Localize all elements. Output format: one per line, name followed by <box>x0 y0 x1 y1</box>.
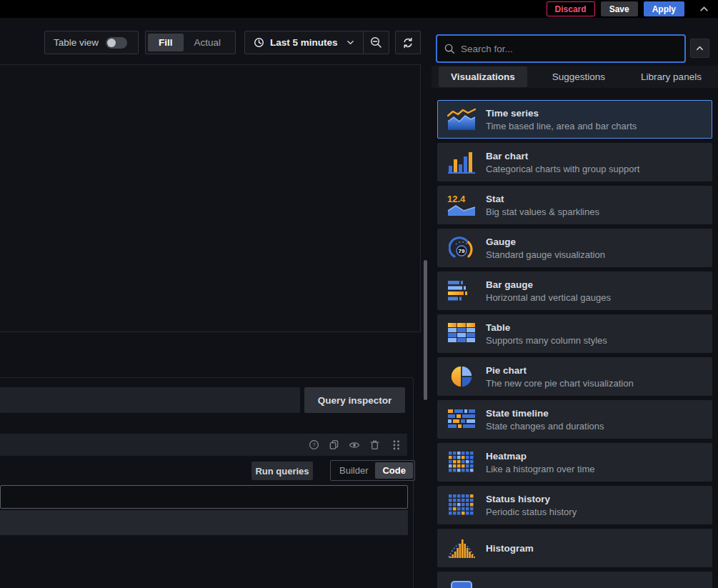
viz-card-text: Time series Time based line, area and ba… <box>486 108 637 131</box>
viz-card-state-timeline[interactable]: State timeline State changes and duratio… <box>437 400 712 439</box>
drag-handle-icon[interactable] <box>392 439 400 451</box>
top-bar: Discard Save Apply <box>0 0 718 18</box>
viz-title: State timeline <box>486 408 604 419</box>
trash-icon[interactable] <box>369 439 380 450</box>
svg-text:T: T <box>458 585 464 588</box>
builder-option[interactable]: Builder <box>332 462 375 479</box>
viz-title: Histogram <box>486 543 534 554</box>
datasource-row[interactable] <box>0 387 300 413</box>
display-mode-segment: Fill Actual <box>145 31 236 54</box>
viz-card-text: Pie chart The new core pie chart visuali… <box>486 365 634 389</box>
query-code-input[interactable] <box>0 485 408 509</box>
viz-card-text: Histogram <box>486 543 534 554</box>
collapse-options-button[interactable] <box>690 39 709 58</box>
help-icon[interactable]: ? <box>309 439 319 450</box>
chevron-up-icon[interactable] <box>699 4 709 14</box>
text-panel-icon: T <box>447 580 476 588</box>
actual-option[interactable]: Actual <box>184 34 232 51</box>
toggle-knob <box>107 39 116 47</box>
search-input[interactable] <box>437 36 684 61</box>
save-button[interactable]: Save <box>601 1 638 16</box>
status-history-icon <box>447 494 476 516</box>
stat-icon: 12.4 <box>447 194 476 216</box>
heatmap-icon <box>447 452 476 473</box>
viz-title: Pie chart <box>486 365 634 376</box>
viz-description: Categorical charts with group support <box>486 164 639 174</box>
time-range-label: Last 5 minutes <box>270 37 338 48</box>
viz-card-heatmap[interactable]: Heatmap Like a histogram over time <box>437 443 712 482</box>
viz-description: Supports many column styles <box>486 335 607 346</box>
time-range-picker[interactable]: Last 5 minutes <box>245 31 363 54</box>
viz-title: Text <box>486 586 505 588</box>
chevron-down-icon <box>346 39 354 46</box>
gauge-icon: 79 <box>447 236 476 260</box>
viz-card-stat[interactable]: 12.4 Stat Big stat values & sparklines <box>437 186 712 224</box>
viz-description: Time based line, area and bar charts <box>486 121 637 131</box>
viz-card-text: State timeline State changes and duratio… <box>486 408 604 432</box>
discard-button[interactable]: Discard <box>547 1 595 16</box>
query-options-row[interactable] <box>0 510 408 535</box>
tab-library-panels[interactable]: Library panels <box>629 66 714 87</box>
chevron-up-icon <box>696 44 704 52</box>
run-queries-button[interactable]: Run queries <box>251 462 313 480</box>
viz-card-bar-chart[interactable]: Bar chart Categorical charts with group … <box>437 143 712 181</box>
viz-title: Heatmap <box>486 451 594 462</box>
table-icon <box>447 323 476 344</box>
tab-visualizations[interactable]: Visualizations <box>439 66 527 87</box>
tab-suggestions[interactable]: Suggestions <box>540 66 617 87</box>
viz-card-bar-gauge[interactable]: Bar gauge Horizontal and vertical gauges <box>437 271 712 310</box>
bar-gauge-icon <box>447 280 476 302</box>
code-option[interactable]: Code <box>375 462 413 479</box>
viz-card-status-history[interactable]: Status history Periodic status history <box>437 486 712 524</box>
viz-card-time-series[interactable]: Time series Time based line, area and ba… <box>437 100 712 139</box>
viz-card-text: Stat Big stat values & sparklines <box>486 194 599 217</box>
viz-card-pie-chart[interactable]: Pie chart The new core pie chart visuali… <box>437 357 712 396</box>
viz-card-table[interactable]: Table Supports many column styles <box>437 314 712 353</box>
viz-card-text: Bar chart Categorical charts with group … <box>486 151 639 174</box>
viz-card-text: Bar gauge Horizontal and vertical gauges <box>486 279 611 303</box>
copy-icon[interactable] <box>329 439 339 450</box>
state-timeline-icon <box>447 409 476 430</box>
eye-icon[interactable] <box>349 439 360 451</box>
viz-card-text: Status history Periodic status history <box>486 494 577 517</box>
refresh-button[interactable] <box>395 31 421 54</box>
svg-text:?: ? <box>312 442 316 448</box>
gauge-preview-value: 79 <box>459 248 465 254</box>
viz-card-histogram[interactable]: Histogram <box>437 529 712 567</box>
viz-description: Horizontal and vertical gauges <box>486 292 611 303</box>
viz-description: Like a histogram over time <box>486 464 594 474</box>
zoom-out-icon <box>370 36 382 49</box>
visualization-tabs: Visualizations Suggestions Library panel… <box>432 66 718 88</box>
viz-title: Bar gauge <box>486 279 611 290</box>
scrollbar-thumb[interactable] <box>424 260 427 400</box>
query-inspector-button[interactable]: Query inspector <box>304 387 405 413</box>
top-bar-actions: Discard Save Apply <box>547 1 709 16</box>
table-view-label: Table view <box>54 37 99 48</box>
panel-preview-canvas <box>0 64 421 332</box>
table-view-toggle-group[interactable]: Table view <box>44 31 139 54</box>
viz-card-text: Gauge Standard gauge visualization <box>486 236 605 260</box>
time-range-group: Last 5 minutes <box>244 31 389 54</box>
fill-option[interactable]: Fill <box>148 34 184 51</box>
apply-button[interactable]: Apply <box>644 1 684 16</box>
editor-mode-segment: Builder Code <box>330 460 415 481</box>
bar-chart-icon <box>447 151 476 174</box>
viz-title: Table <box>486 322 607 333</box>
histogram-icon <box>447 537 476 559</box>
viz-title: Status history <box>486 494 577 504</box>
viz-description: Big stat values & sparklines <box>486 206 599 217</box>
viz-title: Time series <box>486 108 637 119</box>
viz-title: Gauge <box>486 236 605 247</box>
viz-card-gauge[interactable]: 79 Gauge Standard gauge visualization <box>437 229 712 267</box>
viz-card-text-panel[interactable]: T Text <box>437 572 712 588</box>
time-series-icon <box>447 108 476 131</box>
viz-card-text: Text <box>486 586 505 588</box>
table-view-switch[interactable] <box>106 37 127 49</box>
grafana-panel-editor: Discard Save Apply Table view Fill Actua… <box>0 0 718 588</box>
viz-description: The new core pie chart visualization <box>486 378 634 389</box>
stat-preview-value: 12.4 <box>447 194 466 204</box>
query-row-header[interactable]: ? <box>0 434 407 456</box>
zoom-out-button[interactable] <box>363 31 389 54</box>
pie-chart-icon <box>447 364 476 389</box>
viz-title: Bar chart <box>486 151 639 161</box>
